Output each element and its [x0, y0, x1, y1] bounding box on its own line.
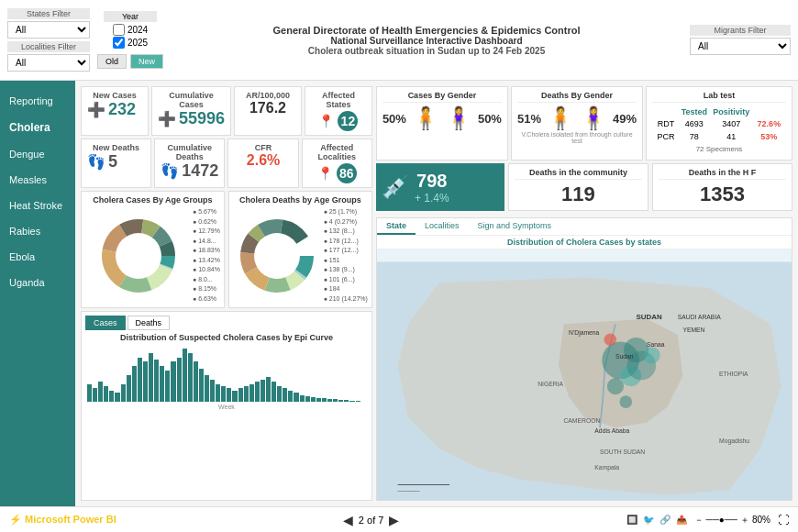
cases-female-pct: 50% — [478, 112, 502, 126]
epi-bar — [283, 388, 287, 402]
migrants-filter: Migrants Filter All — [690, 25, 791, 55]
next-page-button[interactable]: ▶ — [389, 513, 399, 527]
states-filter-label: States Filter — [7, 8, 90, 19]
sidebar-item-heatstroke[interactable]: Heat Stroke — [0, 193, 75, 218]
share-icon[interactable]: 📤 — [676, 515, 687, 525]
cfr-value: 2.6% — [234, 152, 292, 169]
epi-bar — [294, 393, 298, 402]
powerbi-logo: ⚡ — [9, 514, 22, 525]
powerbi-branding: ⚡ Microsoft Power BI — [9, 514, 116, 526]
localities-filter-label: Localities Filter — [7, 41, 90, 52]
cases-tab[interactable]: Cases — [85, 316, 126, 330]
states-filter-select[interactable]: All — [7, 21, 90, 39]
twitter-icon[interactable]: 🐦 — [643, 515, 654, 525]
age-cases-chart-content: ● 5.67%● 0.62%● 12.79% ● 14.8...● 18.83%… — [85, 207, 220, 304]
deaths-gender-title: Deaths By Gender — [517, 91, 637, 103]
lab-test-card: Lab test Tested Positivity — [646, 86, 792, 161]
zoom-minus-button[interactable]: － — [694, 514, 704, 526]
rdt-label: RDT — [654, 118, 678, 129]
fullscreen-icon[interactable]: ⛶ — [778, 514, 789, 526]
linkedin-icon[interactable]: 🔗 — [659, 515, 671, 525]
epi-bar — [149, 353, 153, 402]
year-2024-checkbox[interactable] — [113, 24, 125, 36]
epi-bar — [199, 369, 204, 402]
svg-point-30 — [619, 395, 632, 408]
vacc-pct: + 1.4% — [415, 192, 449, 205]
migrants-filter-label: Migrants Filter — [690, 25, 791, 36]
cum-deaths-card: Cumulative Deaths 👣 1472 — [154, 139, 225, 188]
epi-bar — [344, 400, 349, 402]
affected-states-label: Affected States — [311, 91, 366, 109]
deaths-hf-title: Deaths in the H F — [659, 168, 786, 180]
epi-bar — [272, 382, 276, 402]
year-2024-option[interactable]: 2024 — [113, 24, 148, 36]
map-tab-state[interactable]: State — [377, 218, 416, 235]
new-cases-label: New Cases — [87, 91, 142, 100]
epi-bar — [311, 397, 316, 402]
zoom-slider[interactable]: ──●── — [706, 515, 737, 525]
lab-pct-header — [754, 107, 784, 116]
deaths-female-icon: 🧍‍♀️ — [580, 105, 607, 131]
page-indicator: 2 of 7 — [359, 515, 384, 526]
svg-text:Sudan: Sudan — [615, 353, 634, 360]
sidebar-item-dengue[interactable]: Dengue — [0, 141, 75, 167]
epi-bar — [138, 358, 142, 402]
migrants-filter-select[interactable]: All — [690, 38, 791, 55]
zoom-control: － ──●── ＋ 80% — [694, 514, 770, 526]
year-2025-option[interactable]: 2025 — [113, 37, 148, 49]
svg-text:YEMEN: YEMEN — [682, 327, 704, 333]
facebook-icon[interactable]: 🔲 — [626, 515, 637, 525]
age-deaths-title: Cholera Deaths by Age Groups — [233, 195, 368, 205]
epi-curve-chart-area: Week — [85, 345, 368, 409]
epi-bar — [356, 401, 360, 402]
affected-states-value: 12 — [338, 111, 358, 131]
svg-point-26 — [607, 378, 624, 394]
epi-bar — [104, 386, 108, 402]
prev-page-button[interactable]: ◀ — [343, 513, 353, 527]
location-icon: 📍 — [318, 114, 334, 128]
deaths-gender-note: V.Cholera isolated from through culture … — [517, 131, 637, 144]
deaths-tab[interactable]: Deaths — [127, 316, 171, 330]
epi-bars-container — [87, 347, 366, 402]
deaths-gender-card: Deaths By Gender 51% 🧍 🧍‍♀️ 49% V.Choler… — [511, 86, 643, 161]
year-2025-checkbox[interactable] — [113, 37, 125, 49]
localities-filter-select[interactable]: All — [7, 54, 90, 72]
specimens-label: 72 Specimens — [654, 144, 784, 154]
dashboard-main: New Cases ➕ 232 Cumulative Cases ➕ 559 — [75, 81, 798, 506]
year-filter: Year 2024 2025 Old New — [97, 11, 163, 69]
affected-localities-label: Affected Localities — [308, 143, 366, 161]
svg-text:SUDAN: SUDAN — [636, 313, 661, 321]
sidebar-item-cholera[interactable]: Cholera — [0, 114, 75, 141]
cfr-card: CFR 2.6% — [227, 139, 298, 188]
epi-bar — [121, 384, 126, 402]
age-deaths-chart-content: ● 25 (1.7%)● 4 (0.27%)● 132 (8...) ● 178… — [233, 207, 368, 304]
page-total: 7 — [378, 515, 383, 526]
vacc-values: 798 + 1.4% — [415, 171, 449, 205]
new-button[interactable]: New — [130, 54, 163, 69]
sidebar-item-measles[interactable]: Measles — [0, 167, 75, 193]
sidebar-item-ebola[interactable]: Ebola — [0, 244, 75, 270]
age-deaths-donut — [240, 219, 314, 293]
left-panel: New Cases ➕ 232 Cumulative Cases ➕ 559 — [81, 86, 372, 501]
map-tab-signs[interactable]: Sign and Symptoms — [468, 218, 560, 235]
info-cards-row: Cases By Gender 50% 🧍 🧍‍♀️ 50% Deaths — [376, 86, 792, 161]
new-deaths-label: New Deaths — [87, 143, 145, 152]
epi-bar — [216, 384, 220, 402]
zoom-level: 80% — [752, 515, 770, 525]
old-button[interactable]: Old — [97, 54, 127, 69]
powerbi-label[interactable]: Microsoft Power BI — [25, 514, 116, 525]
epi-bar — [338, 400, 343, 402]
zoom-plus-button[interactable]: ＋ — [740, 514, 749, 526]
new-cases-value: ➕ 232 — [87, 100, 142, 119]
donut-charts-row: Cholera Cases By Age Groups — [81, 191, 372, 308]
map-tab-localities[interactable]: Localities — [416, 218, 469, 235]
specimens-row: 72 Specimens — [654, 144, 784, 154]
plus-icon: ➕ — [87, 101, 105, 118]
stats-row-1: New Cases ➕ 232 Cumulative Cases ➕ 559 — [81, 86, 372, 136]
epi-bar — [115, 393, 119, 402]
sidebar-item-reporting[interactable]: Reporting — [0, 88, 75, 114]
ar-value: 176.2 — [240, 100, 295, 116]
sidebar-item-rabies[interactable]: Rabies — [0, 218, 75, 244]
svg-point-21 — [254, 233, 300, 279]
sidebar-item-uganda[interactable]: Uganda — [0, 270, 75, 295]
